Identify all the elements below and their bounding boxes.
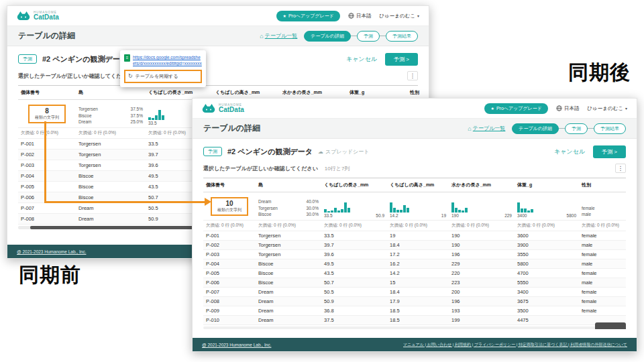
cloud-icon: ☁ [318, 149, 323, 155]
upgrade-icon: ★ [282, 13, 286, 18]
footer-links[interactable]: マニュアル | お問い合わせ | 利用規約 | プライバシーポリシー | 特定商… [403, 342, 627, 348]
language-selector[interactable]: 日本語 [348, 13, 372, 19]
table-cell: Dream [76, 205, 146, 211]
hist-bar [162, 115, 164, 120]
spreadsheet-source[interactable]: ☁スプレッドシート [318, 148, 369, 156]
table-row: P-010Dream37.518.51994475 [203, 316, 626, 325]
table-row: P-007Dream50.518.42003400female [203, 288, 626, 297]
hist-bar [393, 208, 396, 213]
unique-count-label: 種類の文字列 [35, 115, 59, 121]
table-cell: Biscoe [76, 173, 146, 179]
page-title: テーブルの詳細 [203, 123, 260, 134]
step-result[interactable]: 予測結果 [386, 31, 418, 42]
table-cell: male [579, 242, 627, 248]
kebab-menu-button[interactable]: ⋮ [615, 164, 626, 173]
pro-upgrade-button[interactable]: ★Proへアップグレード [484, 103, 547, 114]
table-row: P-004Biscoe49.516.22295800male [203, 259, 626, 269]
step-table-detail[interactable]: テーブルの詳細 [512, 123, 559, 134]
histogram-flipper-length: 190229 [449, 192, 515, 220]
column-header: くちばしの長さ_mm [146, 86, 213, 99]
copyright-link[interactable]: @ 2021-2023 Humanome Lab., Inc. [202, 343, 271, 347]
catdata-logo[interactable]: HUMANOME CatData [202, 103, 244, 113]
table-cell: P-007 [203, 289, 256, 295]
horizontal-scrollbar-track[interactable] [203, 326, 626, 329]
catdata-logo[interactable]: HUMANOME CatData [17, 11, 59, 21]
user-name: ひゅーまのむこ [587, 105, 623, 112]
missing-value: 欠損値: 0 行 (0.0%) [76, 128, 146, 138]
page-titlebar: テーブルの詳細 ⌂テーブル一覧 テーブルの詳細 予測 予測結果 [7, 26, 429, 46]
table-cell: 15 [387, 280, 449, 286]
annotation-arrow-head [205, 198, 211, 206]
table-cell: Torgersen [256, 233, 321, 239]
chevron-down-icon: ▾ [417, 13, 419, 18]
user-menu[interactable]: ひゅーまのむこ▾ [587, 105, 627, 112]
table-cell: female [579, 233, 627, 239]
range-min: 190 [451, 213, 459, 218]
sync-table-menu-item[interactable]: ↻ テーブルを同期する [124, 70, 202, 83]
step-predict[interactable]: 予測 [565, 123, 588, 134]
column-header: くちばしの長さ_mm [321, 178, 387, 192]
category-pct: 25.0% [131, 119, 143, 125]
table-cell: female [579, 298, 627, 304]
table-list-link[interactable]: ⌂テーブル一覧 [468, 125, 505, 132]
table-row: P-005Biscoe43.514.22204700female [203, 269, 626, 278]
cancel-button[interactable]: キャンセル [346, 55, 377, 64]
predict-button[interactable]: 予測 > [593, 145, 626, 158]
column-header: 個体番号 [203, 178, 256, 192]
missing-value: 欠損値: 0 行 (0.0%) [256, 221, 321, 231]
histogram-bill-length: 33.550.9 [321, 192, 387, 220]
table-cell: 36.8 [321, 308, 387, 314]
hist-bar [521, 208, 523, 213]
table-list-label: テーブル一覧 [265, 32, 298, 40]
cancel-button[interactable]: キャンセル [554, 147, 585, 156]
predict-button[interactable]: 予測 > [385, 53, 418, 66]
annotation-arrow-vertical [44, 121, 46, 202]
table-row: P-008Dream50.917.91963675female [203, 297, 626, 306]
table-cell: P-001 [18, 141, 76, 147]
table-cell: 18.4 [387, 289, 449, 295]
annotation-arrow-horizontal [44, 201, 205, 203]
step-result[interactable]: 予測結果 [594, 123, 626, 134]
hist-bar [455, 208, 458, 213]
chevron-down-icon: ▾ [625, 106, 627, 111]
step-connector [559, 128, 565, 129]
table-cell: Biscoe [256, 270, 321, 276]
table-cell: P-003 [18, 162, 76, 168]
table-list-label: テーブル一覧 [473, 125, 506, 132]
user-menu[interactable]: ひゅーまのむこ▾ [379, 13, 419, 19]
table-cell: P-002 [203, 242, 256, 248]
hist-bar [524, 208, 527, 213]
spreadsheet-url[interactable]: https://docs.google.com/spreadsheets/d/x… [133, 54, 202, 66]
page-titlebar: テーブルの詳細 ⌂テーブル一覧 テーブルの詳細 予測 予測結果 [193, 119, 637, 139]
category-name: Dream [78, 119, 92, 125]
column-header: くちばしの高さ_mm [213, 86, 280, 99]
category-name: Torgersen [258, 205, 278, 212]
language-selector[interactable]: 日本語 [556, 105, 580, 112]
cat-icon [202, 103, 215, 113]
step-table-detail[interactable]: テーブルの詳細 [304, 31, 351, 42]
spreadsheet-url-item[interactable]: ≡ https://docs.google.com/spreadsheets/d… [124, 54, 202, 66]
table-cell: Torgersen [76, 141, 146, 147]
range-min: 33.5 [324, 213, 333, 218]
table-cell: 18.5 [387, 308, 449, 314]
column-header: くちばしの高さ_mm [387, 178, 449, 192]
missing-value: 欠損値: 0 行 (0.0%) [387, 221, 449, 231]
hist-bar [324, 209, 327, 213]
horizontal-scrollbar-thumb[interactable] [595, 322, 626, 329]
category-name: male [582, 211, 625, 218]
step-predict[interactable]: 予測 [357, 31, 380, 42]
table-cell: Dream [256, 308, 321, 314]
column-header: 体重_g [347, 86, 407, 99]
copyright-link[interactable]: @ 2021-2023 Humanome Lab., Inc. [17, 249, 86, 254]
brand-app: CatData [34, 14, 59, 21]
histogram-bill-depth: 14.219 [387, 192, 449, 220]
kebab-menu-button[interactable]: ⋮ [407, 71, 418, 80]
table-list-link[interactable]: ⌂テーブル一覧 [260, 32, 297, 40]
table-cell: 16.2 [387, 261, 449, 267]
table-body: P-001Torgersen33.5191903600femaleP-002To… [203, 231, 626, 325]
table-cell: male [579, 261, 627, 267]
table-cell: Biscoe [256, 280, 321, 286]
table-cell: P-004 [203, 261, 256, 267]
table-cell: P-008 [203, 298, 256, 304]
pro-upgrade-button[interactable]: ★Proへアップグレード [276, 11, 339, 21]
